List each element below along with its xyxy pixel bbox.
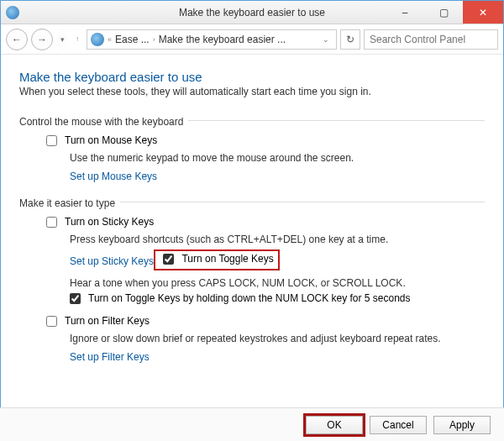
- mouse-keys-checkbox[interactable]: [46, 135, 57, 146]
- page-title: Make the keyboard easier to use: [19, 70, 485, 84]
- navbar: ← → ▾ ↑ « Ease ... › Make the keyboard e…: [1, 24, 503, 55]
- close-button[interactable]: ✕: [463, 1, 503, 24]
- forward-button[interactable]: →: [31, 29, 53, 50]
- ok-button[interactable]: OK: [306, 416, 363, 434]
- divider-line: [188, 120, 485, 121]
- filter-keys-link[interactable]: Set up Filter Keys: [70, 351, 150, 363]
- control-panel-icon: [91, 33, 104, 46]
- filter-keys-desc: Ignore or slow down brief or repeated ke…: [70, 333, 485, 344]
- back-button[interactable]: ←: [6, 29, 28, 50]
- mouse-keys-row[interactable]: Turn on Mouse Keys: [43, 134, 485, 149]
- cancel-button[interactable]: Cancel: [370, 416, 427, 434]
- up-button[interactable]: ↑: [71, 37, 83, 42]
- titlebar: Make the keyboard easier to use – ▢ ✕: [1, 1, 503, 24]
- section-typing: Make it easier to type: [19, 191, 485, 213]
- breadcrumb-crumb-2[interactable]: Make the keyboard easier ...: [159, 34, 286, 45]
- apply-button[interactable]: Apply: [433, 416, 491, 434]
- filter-keys-row[interactable]: Turn on Filter Keys: [43, 315, 485, 329]
- sticky-keys-checkbox[interactable]: [46, 217, 57, 228]
- mouse-keys-label: Turn on Mouse Keys: [65, 134, 157, 146]
- sticky-keys-desc: Press keyboard shortcuts (such as CTRL+A…: [70, 234, 485, 245]
- maximize-button[interactable]: ▢: [424, 1, 463, 24]
- page-intro: When you select these tools, they will a…: [19, 86, 485, 97]
- toggle-keys-sub-checkbox[interactable]: [70, 293, 81, 304]
- breadcrumb[interactable]: « Ease ... › Make the keyboard easier ..…: [87, 29, 337, 50]
- sticky-keys-label: Turn on Sticky Keys: [65, 216, 154, 228]
- section-mouse: Control the mouse with the keyboard: [19, 109, 485, 131]
- mouse-keys-desc: Use the numeric keypad to move the mouse…: [70, 152, 485, 164]
- section-mouse-label: Control the mouse with the keyboard: [19, 116, 183, 128]
- app-icon: [6, 6, 19, 19]
- filter-keys-label: Turn on Filter Keys: [65, 315, 150, 327]
- breadcrumb-prefix: «: [108, 35, 112, 44]
- content: Make the keyboard easier to use When you…: [1, 55, 503, 407]
- minimize-button[interactable]: –: [386, 1, 424, 24]
- section-typing-label: Make it easier to type: [19, 197, 115, 209]
- window-buttons: – ▢ ✕: [386, 1, 503, 24]
- divider-line: [120, 202, 485, 202]
- refresh-button[interactable]: ↻: [340, 29, 360, 50]
- toggle-keys-desc: Hear a tone when you press CAPS LOCK, NU…: [70, 277, 485, 289]
- toggle-keys-checkbox[interactable]: [163, 254, 174, 265]
- toggle-keys-row[interactable]: Turn on Toggle Keys: [156, 252, 276, 268]
- toggle-keys-sub-label: Turn on Toggle Keys by holding down the …: [88, 292, 411, 304]
- nav-history-dropdown[interactable]: ▾: [56, 29, 68, 50]
- mouse-keys-link[interactable]: Set up Mouse Keys: [70, 171, 157, 182]
- breadcrumb-dropdown[interactable]: ⌄: [319, 35, 333, 44]
- search-input[interactable]: [364, 29, 498, 50]
- filter-keys-checkbox[interactable]: [46, 316, 57, 327]
- chevron-right-icon: ›: [153, 35, 155, 44]
- toggle-keys-sub-row[interactable]: Turn on Toggle Keys by holding down the …: [66, 292, 485, 307]
- sticky-keys-link[interactable]: Set up Sticky Keys: [70, 255, 154, 267]
- footer: OK Cancel Apply: [0, 407, 504, 441]
- sticky-keys-row[interactable]: Turn on Sticky Keys: [43, 216, 485, 230]
- breadcrumb-crumb-1[interactable]: Ease ...: [115, 34, 150, 45]
- toggle-keys-label: Turn on Toggle Keys: [181, 253, 273, 265]
